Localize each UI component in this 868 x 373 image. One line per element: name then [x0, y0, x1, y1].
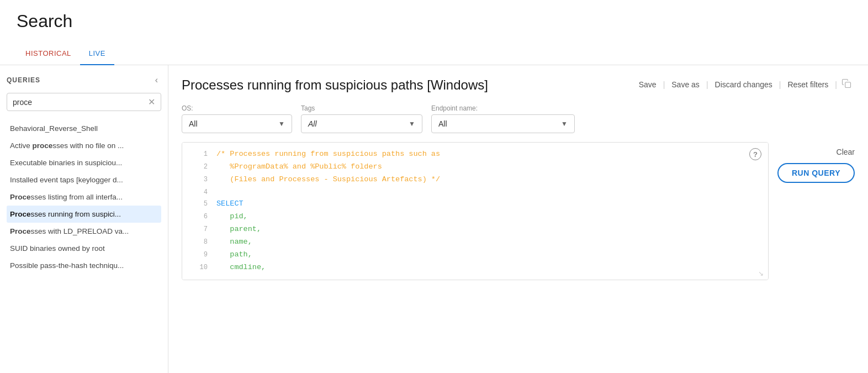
help-icon-button[interactable]: ?: [749, 148, 761, 160]
content-panel: Processes running from suspicious paths …: [168, 65, 868, 373]
line-number: 6: [190, 211, 208, 222]
list-item[interactable]: Installed event taps [keylogger d...: [7, 171, 161, 188]
code-line-5: 5 SELECT: [190, 198, 740, 211]
tab-live[interactable]: LIVE: [80, 43, 114, 65]
line-content: /* Processes running from suspicious pat…: [216, 148, 440, 161]
list-item[interactable]: Processes listing from all interfa...: [7, 188, 161, 206]
bold-text: proce: [33, 141, 53, 150]
os-filter-value: All: [189, 119, 274, 128]
line-number: 4: [190, 186, 208, 198]
code-line-9: 9 path,: [190, 249, 740, 261]
line-number: 10: [190, 261, 208, 273]
query-item-text: Executable binaries in suspiciou...: [10, 159, 122, 167]
top-header: Search: [0, 0, 868, 43]
line-number: 1: [190, 148, 208, 160]
line-number: 8: [190, 236, 208, 248]
line-content: path,: [216, 249, 252, 261]
save-button[interactable]: Save: [633, 78, 662, 91]
list-item[interactable]: SUID binaries owned by root: [7, 240, 161, 257]
code-line-4: 4: [190, 186, 740, 198]
tabs-bar: HISTORICAL LIVE: [0, 43, 868, 65]
query-item-text: Processes with LD_PRELOAD va...: [10, 227, 129, 235]
bold-text: Proce: [10, 193, 31, 201]
separator-2: |: [706, 80, 708, 89]
page-title: Search: [17, 11, 851, 31]
line-content: SELECT: [216, 198, 244, 211]
resize-handle[interactable]: ↘: [758, 270, 766, 277]
main-content: QUERIES ‹ ✕ Behavioral_Reverse_Shell Act…: [0, 65, 868, 373]
tags-filter-value: All: [308, 119, 404, 128]
code-area[interactable]: 1 /* Processes running from suspicious p…: [182, 143, 768, 280]
editor-section: ? 1 /* Processes running from suspicious…: [182, 142, 855, 362]
tags-filter-group: Tags All ▼: [301, 104, 422, 133]
sidebar-header: QUERIES ‹: [7, 74, 161, 86]
line-content: pid,: [216, 211, 248, 223]
code-line-2: 2 %ProgramData% and %Public% folders: [190, 161, 740, 174]
queries-label: QUERIES: [7, 76, 40, 84]
search-input[interactable]: [13, 98, 148, 107]
os-filter-select[interactable]: All ▼: [182, 114, 292, 133]
endpoint-filter-label: Endpoint name:: [431, 104, 575, 112]
code-line-3: 3 (Files and Processes - Suspicious Arte…: [190, 174, 740, 186]
reset-filters-button[interactable]: Reset filters: [782, 78, 834, 91]
line-content: name,: [216, 236, 252, 249]
os-filter-group: OS: All ▼: [182, 104, 292, 133]
tags-filter-select[interactable]: All ▼: [301, 114, 422, 133]
query-item-text: Active processes with no file on ...: [10, 141, 124, 150]
line-content: cmdline,: [216, 261, 266, 274]
line-number: 7: [190, 223, 208, 235]
os-filter-label: OS:: [182, 104, 292, 112]
discard-changes-button[interactable]: Discard changes: [710, 78, 778, 91]
bold-text: Proce: [10, 227, 31, 235]
endpoint-filter-group: Endpoint name: All ▼: [431, 104, 575, 133]
separator-3: |: [779, 80, 781, 89]
save-as-button[interactable]: Save as: [666, 78, 705, 91]
copy-icon: [841, 78, 851, 88]
copy-icon-button[interactable]: [838, 76, 855, 93]
header-actions: Save | Save as | Discard changes | Reset…: [633, 76, 855, 93]
code-line-10: 10 cmdline,: [190, 261, 740, 274]
query-list: Behavioral_Reverse_Shell Active processe…: [7, 120, 161, 364]
list-item-active[interactable]: Processes running from suspici...: [7, 206, 161, 223]
list-item[interactable]: Processes with LD_PRELOAD va...: [7, 223, 161, 240]
query-item-text: Possible pass-the-hash techniqu...: [10, 261, 124, 270]
clear-button[interactable]: Clear: [837, 148, 855, 156]
line-content: %ProgramData% and %Public% folders: [216, 161, 382, 174]
tags-filter-arrow: ▼: [409, 120, 415, 128]
tab-historical[interactable]: HISTORICAL: [17, 43, 80, 65]
code-line-8: 8 name,: [190, 236, 740, 249]
tags-filter-label: Tags: [301, 104, 422, 112]
endpoint-filter-select[interactable]: All ▼: [431, 114, 575, 133]
query-item-text: Behavioral_Reverse_Shell: [10, 124, 98, 133]
line-content: (Files and Processes - Suspicious Artefa…: [216, 174, 440, 186]
content-header: Processes running from suspicious paths …: [182, 76, 855, 93]
bold-text: Proce: [10, 210, 31, 218]
endpoint-filter-value: All: [438, 119, 557, 128]
list-item[interactable]: Behavioral_Reverse_Shell: [7, 120, 161, 137]
list-item[interactable]: Possible pass-the-hash techniqu...: [7, 257, 161, 274]
editor-toolbar: ?: [749, 148, 761, 160]
svg-rect-0: [845, 82, 851, 88]
clear-search-button[interactable]: ✕: [148, 97, 155, 107]
separator-4: |: [835, 80, 837, 89]
collapse-sidebar-button[interactable]: ‹: [152, 74, 161, 86]
line-number: 2: [190, 161, 208, 172]
code-line-1: 1 /* Processes running from suspicious p…: [190, 148, 740, 161]
list-item[interactable]: Executable binaries in suspiciou...: [7, 154, 161, 171]
endpoint-filter-arrow: ▼: [561, 120, 568, 128]
query-editor: ? 1 /* Processes running from suspicious…: [182, 142, 769, 280]
line-number: 3: [190, 174, 208, 185]
search-box: ✕: [7, 93, 161, 111]
query-item-text: Processes listing from all interfa...: [10, 193, 123, 201]
run-query-button[interactable]: RUN QUERY: [777, 163, 855, 183]
line-number: 9: [190, 249, 208, 260]
list-item[interactable]: Active processes with no file on ...: [7, 137, 161, 154]
query-title: Processes running from suspicious paths …: [182, 76, 488, 93]
editor-right-actions: Clear RUN QUERY: [777, 142, 855, 183]
os-filter-arrow: ▼: [278, 120, 285, 128]
query-item-text: Installed event taps [keylogger d...: [10, 176, 123, 184]
query-item-text: Processes running from suspici...: [10, 210, 121, 218]
line-number: 5: [190, 198, 208, 209]
separator-1: |: [663, 80, 665, 89]
code-line-6: 6 pid,: [190, 211, 740, 223]
